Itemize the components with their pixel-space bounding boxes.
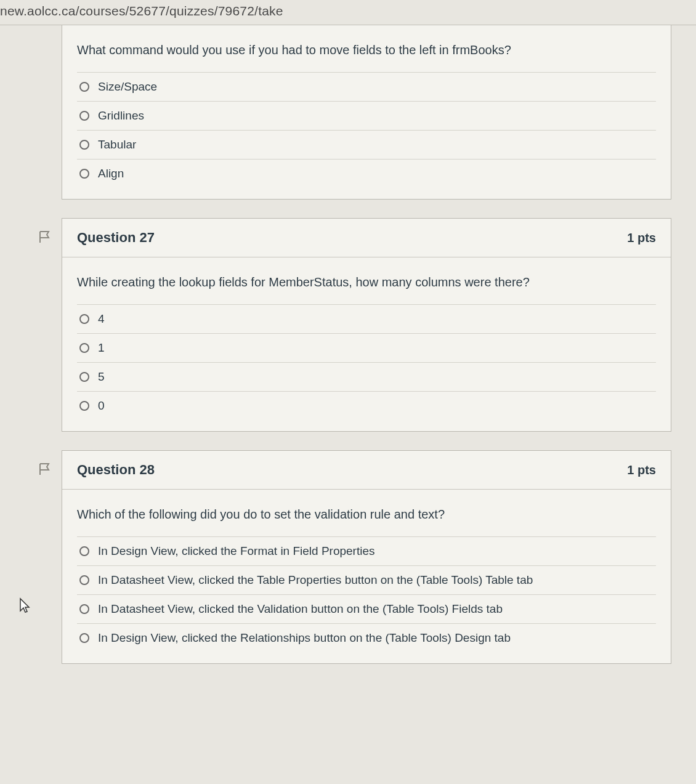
option-label: In Datasheet View, clicked the Table Pro… xyxy=(98,573,533,587)
option-label: Gridlines xyxy=(98,109,144,123)
address-bar[interactable]: new.aolcc.ca/courses/52677/quizzes/79672… xyxy=(0,0,696,25)
option-row[interactable]: In Datasheet View, clicked the Table Pro… xyxy=(77,565,656,594)
option-row[interactable]: 1 xyxy=(77,333,656,362)
question-title: Question 27 xyxy=(77,230,155,246)
question-prompt: Which of the following did you do to set… xyxy=(77,506,656,523)
question-prompt: What command would you use if you had to… xyxy=(77,41,656,59)
option-label: 1 xyxy=(98,341,105,355)
option-label: 5 xyxy=(98,370,105,384)
option-label: Tabular xyxy=(98,138,136,152)
radio-icon[interactable] xyxy=(79,633,89,643)
option-row[interactable]: 4 xyxy=(77,304,656,333)
radio-icon[interactable] xyxy=(79,546,89,556)
option-row[interactable]: In Design View, clicked the Relationship… xyxy=(77,623,656,652)
radio-icon[interactable] xyxy=(79,372,89,382)
option-label: 0 xyxy=(98,399,105,413)
question-body: What command would you use if you had to… xyxy=(62,25,671,199)
option-label: Size/Space xyxy=(98,80,157,94)
flag-icon[interactable] xyxy=(38,230,52,244)
radio-icon[interactable] xyxy=(79,82,89,92)
question-header: Question 28 1 pts xyxy=(62,451,671,490)
option-row[interactable]: In Design View, clicked the Format in Fi… xyxy=(77,536,656,565)
question-card-26: What command would you use if you had to… xyxy=(62,25,671,200)
quiz-content: What command would you use if you had to… xyxy=(0,25,696,707)
radio-icon[interactable] xyxy=(79,604,89,614)
question-card-28: Question 28 1 pts Which of the following… xyxy=(62,450,671,664)
url-text: new.aolcc.ca/courses/52677/quizzes/79672… xyxy=(0,4,283,18)
question-body: Which of the following did you do to set… xyxy=(62,490,671,663)
radio-icon[interactable] xyxy=(79,169,89,179)
radio-icon[interactable] xyxy=(79,575,89,585)
question-body: While creating the lookup fields for Mem… xyxy=(62,257,671,431)
flag-icon[interactable] xyxy=(38,462,52,477)
option-row[interactable]: 5 xyxy=(77,362,656,391)
option-row[interactable]: Align xyxy=(77,159,656,188)
question-prompt: While creating the lookup fields for Mem… xyxy=(77,273,656,291)
radio-icon[interactable] xyxy=(79,343,89,353)
option-label: In Design View, clicked the Relationship… xyxy=(98,631,511,645)
option-row[interactable]: Size/Space xyxy=(77,72,656,101)
option-label: In Datasheet View, clicked the Validatio… xyxy=(98,602,503,616)
radio-icon[interactable] xyxy=(79,140,89,150)
option-row[interactable]: Gridlines xyxy=(77,101,656,130)
option-row[interactable]: 0 xyxy=(77,391,656,420)
radio-icon[interactable] xyxy=(79,401,89,411)
radio-icon[interactable] xyxy=(79,111,89,121)
option-label: 4 xyxy=(98,312,105,326)
option-label: Align xyxy=(98,167,124,180)
option-row[interactable]: In Datasheet View, clicked the Validatio… xyxy=(77,594,656,623)
option-label: In Design View, clicked the Format in Fi… xyxy=(98,544,375,558)
question-points: 1 pts xyxy=(627,463,656,477)
question-header: Question 27 1 pts xyxy=(62,219,671,257)
question-points: 1 pts xyxy=(627,231,656,245)
radio-icon[interactable] xyxy=(79,314,89,324)
question-title: Question 28 xyxy=(77,462,155,478)
option-row[interactable]: Tabular xyxy=(77,130,656,159)
question-card-27: Question 27 1 pts While creating the loo… xyxy=(62,218,671,432)
